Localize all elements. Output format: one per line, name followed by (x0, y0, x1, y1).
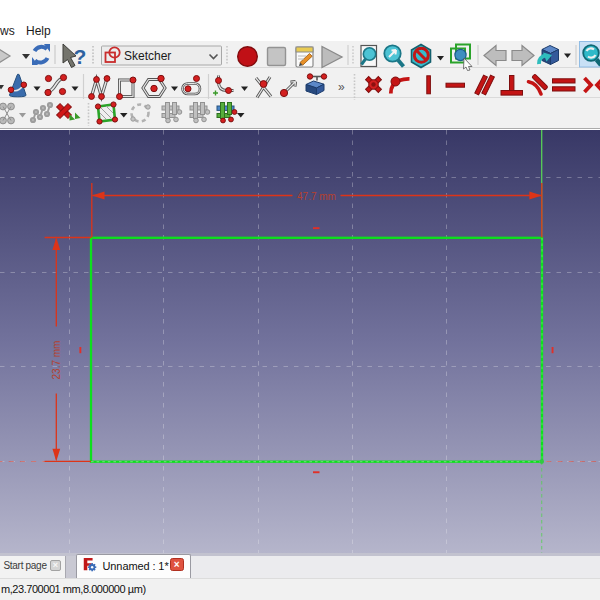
svg-text:Sketcher: Sketcher (124, 49, 171, 63)
svg-text:47.7 mm: 47.7 mm (297, 191, 336, 202)
svg-text:23.7 mm: 23.7 mm (51, 341, 62, 380)
svg-text:?: ? (74, 45, 87, 68)
svg-text:»: » (338, 80, 345, 94)
